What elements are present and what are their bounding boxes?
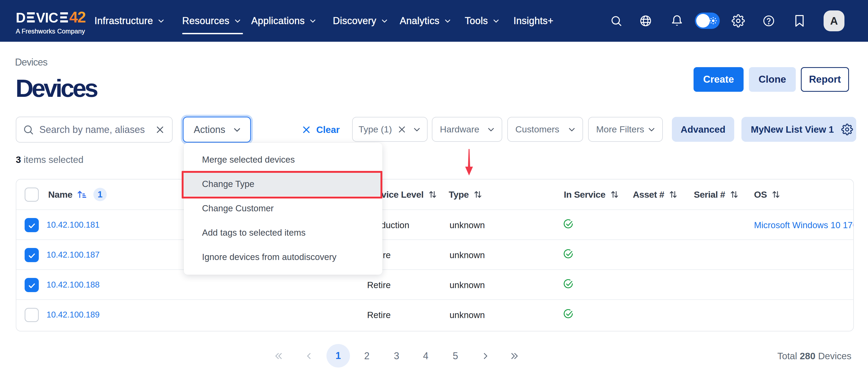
svg-text:D: D	[16, 11, 26, 24]
svg-text:VIC: VIC	[36, 11, 58, 24]
svg-text:42: 42	[69, 11, 86, 24]
